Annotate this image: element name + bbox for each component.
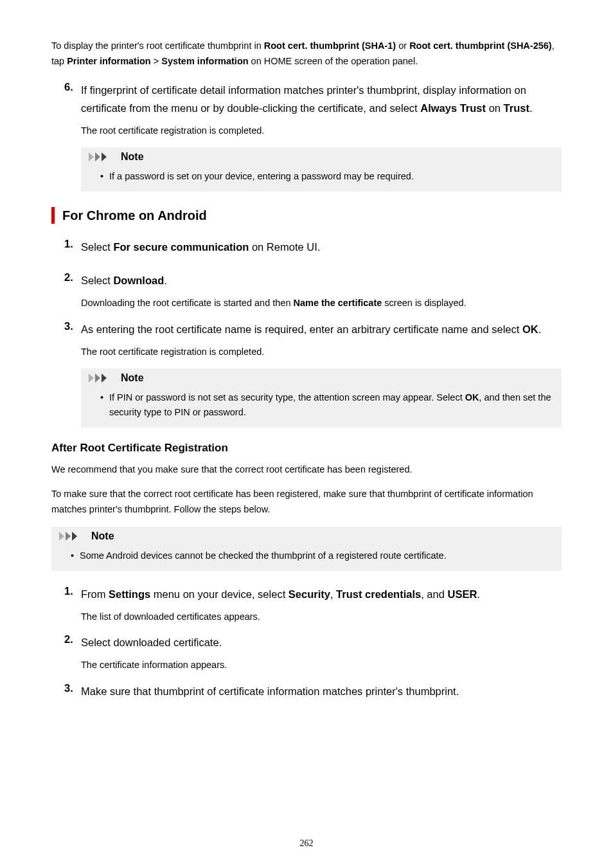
after-root-cert-p2: To make sure that the correct root certi… [51,487,562,518]
text: . [529,102,533,114]
step-text: If fingerprint of certificate detail inf… [81,81,562,117]
step-text: From Settings menu on your device, selec… [81,585,562,603]
bold: Name the certificate [293,298,382,308]
text: screen is displayed. [382,298,466,308]
after-root-cert-p1: We recommend that you make sure that the… [51,462,562,478]
step-text: Select For secure communication on Remot… [81,238,562,256]
verify-step-1: 1. From Settings menu on your device, se… [64,585,562,603]
android-step-1: 1. Select For secure communication on Re… [64,238,562,256]
step-number: 2. [64,633,81,651]
note-arrows-icon [87,151,116,163]
note-text: If PIN or password is not set as securit… [109,390,553,420]
text: To display the printer's root certificat… [51,41,264,51]
cert-thumbprint-para: To display the printer's root certificat… [51,39,562,69]
bullet: • [71,548,80,563]
note-title: Note [121,372,144,384]
verify-step-2: 2. Select downloaded certificate. [64,633,562,651]
android-step-3-sub: The root certificate registration is com… [81,345,562,359]
note-box: Note • If PIN or password is not set as … [81,368,562,428]
text: . [164,275,167,286]
bold: USER [447,588,477,600]
verify-step-2-sub: The certificate information appears. [81,658,562,673]
bullet: • [100,169,109,184]
text: or [396,41,409,51]
text: , [330,588,336,600]
step-text: Select Download. [81,271,562,289]
bold: Root cert. thumbprint (SHA-1) [264,41,396,51]
bold: Download [113,275,164,286]
section-header-chrome-android: For Chrome on Android [51,207,562,224]
verify-step-3: 3. Make sure that thumbprint of certific… [64,682,562,700]
bold: OK [465,392,479,402]
text: . [538,323,542,335]
note-item: • Some Android devices cannot be checked… [51,546,562,566]
step-number: 2. [64,271,81,289]
text: . [477,588,480,600]
text: , and [421,588,447,600]
section-title: For Chrome on Android [62,208,207,223]
step-text: As entering the root certificate name is… [81,320,562,338]
note-header: Note [81,368,562,388]
bold: OK [522,323,538,335]
step-number: 1. [64,585,81,603]
step-number: 6. [64,81,81,117]
text: on [486,102,504,114]
text: > [151,56,162,66]
bold: Trust credentials [336,588,421,600]
step-6: 6. If fingerprint of certificate detail … [64,81,562,117]
step-number: 3. [64,320,81,338]
note-item: • If a password is set on your device, e… [81,167,562,186]
bullet: • [100,390,109,420]
step-number: 1. [64,238,81,256]
text: If PIN or password is not set as securit… [109,392,465,402]
bold: Printer information [67,56,151,66]
step-text: Select downloaded certificate. [81,633,562,651]
bold: Trust [504,102,529,114]
android-step-3: 3. As entering the root certificate name… [64,320,562,338]
note-title: Note [91,530,114,542]
after-root-cert-heading: After Root Certificate Registration [51,442,562,455]
bold: Settings [109,588,150,600]
bold: Root cert. thumbprint (SHA-256) [409,41,552,51]
text: As entering the root certificate name is… [81,323,522,335]
note-title: Note [121,151,144,163]
note-text: If a password is set on your device, ent… [109,169,414,184]
text: on HOME screen of the operation panel. [249,56,418,66]
text: From [81,588,109,600]
text: on Remote UI. [249,241,320,253]
section-bar [51,207,55,224]
note-text: Some Android devices cannot be checked t… [80,548,447,563]
note-header: Note [81,147,562,167]
text: Downloading the root certificate is star… [81,298,293,308]
note-arrows-icon [87,372,116,384]
note-box: Note • If a password is set on your devi… [81,147,562,192]
step-number: 3. [64,682,81,700]
text: Select [81,241,113,253]
note-header: Note [51,527,562,546]
bold: Security [289,588,330,600]
text: menu on your device, select [150,588,289,600]
text: Select [81,275,113,286]
step-6-sub: The root certificate registration is com… [81,123,562,138]
bold: For secure communication [113,241,249,253]
note-arrows-icon [58,530,86,542]
verify-step-1-sub: The list of downloaded certificates appe… [81,610,562,624]
page-number: 262 [0,838,613,849]
note-box: Note • Some Android devices cannot be ch… [51,527,562,571]
android-step-2-sub: Downloading the root certificate is star… [81,296,562,311]
bold: Always Trust [420,102,486,114]
bold: System information [161,56,248,66]
step-text: Make sure that thumbprint of certificate… [81,682,562,700]
android-step-2: 2. Select Download. [64,271,562,289]
note-item: • If PIN or password is not set as secur… [81,388,562,422]
